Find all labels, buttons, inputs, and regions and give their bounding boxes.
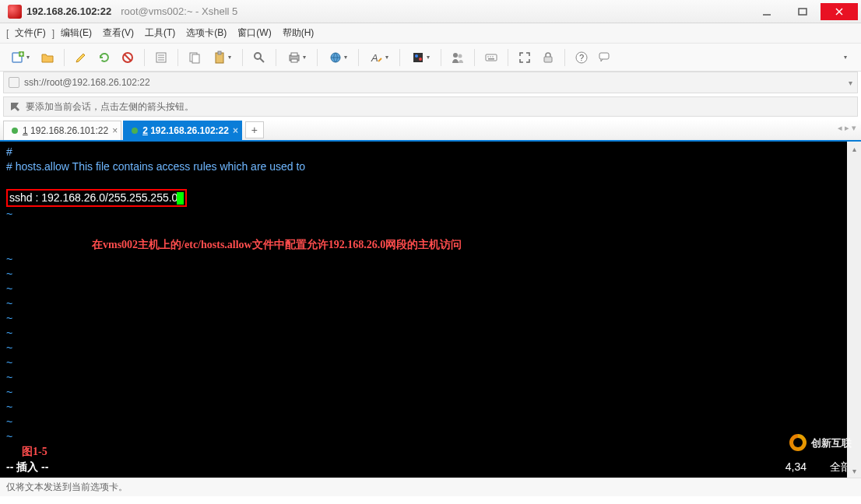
svg-rect-17 xyxy=(218,51,221,54)
svg-rect-25 xyxy=(413,53,423,62)
maximize-button[interactable] xyxy=(785,3,821,20)
svg-line-9 xyxy=(125,54,131,61)
svg-point-33 xyxy=(492,56,494,58)
tab-close-icon[interactable]: × xyxy=(112,125,118,136)
status-dot-icon xyxy=(132,128,138,134)
tab-add-button[interactable]: + xyxy=(245,121,264,138)
term-line-1: # xyxy=(6,145,855,159)
scrollbar[interactable]: ▴ ▾ xyxy=(847,142,861,478)
tab1-label: 192.168.26.101:22 xyxy=(30,125,108,136)
svg-point-28 xyxy=(453,53,458,58)
font-button[interactable]: A ▾ xyxy=(365,47,393,68)
disconnect-button[interactable] xyxy=(118,47,138,68)
keyboard-button[interactable] xyxy=(481,47,501,68)
menu-help[interactable]: 帮助(H) xyxy=(278,25,319,41)
svg-point-18 xyxy=(255,53,261,59)
menu-file[interactable]: 文件(F) xyxy=(10,25,50,41)
print-button[interactable]: ▾ xyxy=(283,47,311,68)
title-host: 192.168.26.102:22 xyxy=(26,5,111,17)
svg-point-27 xyxy=(419,58,422,61)
watermark-logo-icon xyxy=(789,434,807,451)
tab1-num: 1 xyxy=(23,125,28,136)
tab2-label: 192.168.26.102:22 xyxy=(150,125,229,136)
menu-tools[interactable]: 工具(T) xyxy=(140,25,180,41)
fullscreen-button[interactable] xyxy=(515,47,535,68)
hint-arrow-icon[interactable] xyxy=(9,100,21,113)
toolbar: ▾ ▾ ▾ ▾ A ▾ ▾ xyxy=(0,44,861,72)
title-session: root@vms002:~ - Xshell 5 xyxy=(121,5,237,17)
svg-rect-34 xyxy=(488,58,494,60)
color-scheme-button[interactable]: ▾ xyxy=(406,47,434,68)
properties-button[interactable] xyxy=(151,47,171,68)
highlighted-rule: sshd : 192.168.26.0/255.255.255.0 xyxy=(6,189,187,207)
minimize-button[interactable] xyxy=(749,3,785,20)
copy-button[interactable] xyxy=(184,47,205,68)
scroll-down-icon[interactable]: ▾ xyxy=(847,464,861,478)
tabstrip: 1 192.168.26.101:22 × 2 192.168.26.102:2… xyxy=(0,120,861,142)
svg-point-31 xyxy=(487,56,489,58)
terminal[interactable]: # # hosts.allow This file contains acces… xyxy=(0,142,861,478)
new-session-button[interactable]: ▾ xyxy=(6,47,34,68)
highlight-button[interactable] xyxy=(71,47,91,68)
scroll-up-icon[interactable]: ▴ xyxy=(847,142,861,156)
app-icon xyxy=(8,5,22,19)
annotation-text: 在vms002主机上的/etc/hosts.allow文件中配置允许192.16… xyxy=(92,237,855,252)
open-button[interactable] xyxy=(37,47,58,68)
svg-point-29 xyxy=(459,54,462,58)
tab-close-icon[interactable]: × xyxy=(233,125,238,136)
url-icon xyxy=(9,77,19,88)
titlebar: 192.168.26.102:22 root@vms002:~ - Xshell… xyxy=(0,0,861,23)
menubar: [ 文件(F) ] 编辑(E) 查看(V) 工具(T) 选项卡(B) 窗口(W)… xyxy=(0,23,861,44)
watermark: 创新互联 xyxy=(789,434,852,451)
svg-line-19 xyxy=(260,58,264,62)
tab-session-1[interactable]: 1 192.168.26.101:22 × xyxy=(3,121,121,140)
statusbar: 仅将文本发送到当前选项卡。 xyxy=(0,478,861,496)
close-button[interactable] xyxy=(821,3,858,20)
svg-rect-21 xyxy=(291,53,297,56)
tab-session-2[interactable]: 2 192.168.26.102:22 × xyxy=(123,121,242,140)
help-button[interactable]: ? xyxy=(571,47,592,68)
tab-nav[interactable]: ◂ ▸ ▾ xyxy=(838,123,856,133)
svg-rect-1 xyxy=(799,9,807,15)
forum-button[interactable] xyxy=(595,47,615,68)
watermark-text: 创新互联 xyxy=(811,436,852,450)
bracket-l: [ xyxy=(6,28,9,39)
addressbar[interactable]: ssh://root@192.168.26.102:22 ▾ xyxy=(3,72,858,93)
svg-text:?: ? xyxy=(579,53,584,62)
globe-button[interactable]: ▾ xyxy=(324,47,352,68)
svg-rect-35 xyxy=(544,57,552,62)
status-text: 仅将文本发送到当前选项卡。 xyxy=(6,481,128,494)
hint-text: 要添加当前会话，点击左侧的箭头按钮。 xyxy=(26,100,194,114)
figure-label: 图1-5 xyxy=(22,444,47,459)
toolbar-overflow[interactable]: ▾ xyxy=(835,47,855,68)
addressbar-dropdown[interactable]: ▾ xyxy=(849,79,852,87)
svg-rect-38 xyxy=(599,53,609,59)
menu-window[interactable]: 窗口(W) xyxy=(233,25,276,41)
svg-text:A: A xyxy=(371,52,378,64)
address-url: ssh://root@192.168.26.102:22 xyxy=(24,77,150,88)
menu-view[interactable]: 查看(V) xyxy=(98,25,139,41)
tilde: ~ xyxy=(6,207,855,222)
hintbar: 要添加当前会话，点击左侧的箭头按钮。 xyxy=(3,96,858,117)
term-line-2a: # hosts.allow xyxy=(6,160,69,173)
status-dot-icon xyxy=(12,128,18,134)
vim-position: 4,34 xyxy=(785,460,807,474)
svg-rect-30 xyxy=(486,54,497,61)
paste-button[interactable]: ▾ xyxy=(208,47,236,68)
sshd-rule: sshd : 192.168.26.0/255.255.255.0 xyxy=(9,191,177,204)
svg-point-26 xyxy=(415,54,418,58)
menu-tab[interactable]: 选项卡(B) xyxy=(181,25,231,41)
svg-rect-22 xyxy=(291,59,297,62)
vim-mode: -- 插入 -- xyxy=(6,460,48,474)
menu-edit[interactable]: 编辑(E) xyxy=(56,25,97,41)
term-line-2b: This file contains access rules which ar… xyxy=(69,160,305,173)
svg-rect-15 xyxy=(192,54,199,63)
tab2-num: 2 xyxy=(142,125,148,136)
users-button[interactable] xyxy=(448,47,468,68)
reconnect-button[interactable] xyxy=(94,47,114,68)
bracket-r: ] xyxy=(52,28,54,39)
find-button[interactable] xyxy=(249,47,269,68)
svg-point-32 xyxy=(490,56,491,58)
cursor xyxy=(177,192,184,205)
lock-button[interactable] xyxy=(538,47,558,68)
